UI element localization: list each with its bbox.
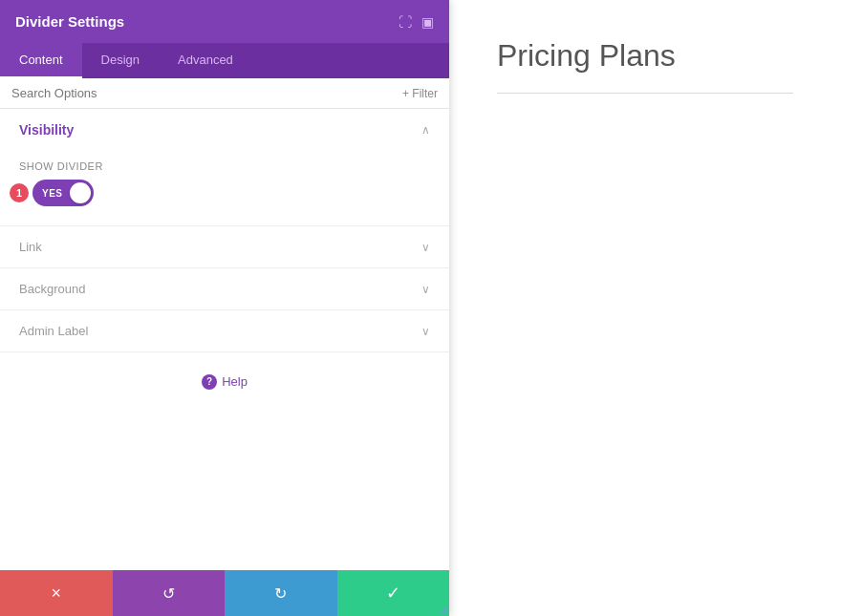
background-title: Background xyxy=(19,282,85,296)
fullscreen-icon[interactable]: ⛶ xyxy=(399,14,412,30)
admin-label-expand-icon: ∨ xyxy=(421,325,430,338)
visibility-collapse-icon: ∧ xyxy=(421,123,430,137)
cancel-icon: × xyxy=(51,584,61,604)
admin-label-title: Admin Label xyxy=(19,324,88,338)
search-bar: + Filter xyxy=(0,78,449,109)
filter-label: + Filter xyxy=(402,87,438,100)
corner-resize-icon: ◢ xyxy=(440,604,447,614)
help-label: Help xyxy=(222,374,248,389)
link-expand-icon: ∨ xyxy=(421,241,430,254)
tab-advanced[interactable]: Advanced xyxy=(159,43,252,78)
background-section-header[interactable]: Background ∨ xyxy=(0,268,449,309)
toggle-knob xyxy=(70,182,91,203)
visibility-section: Visibility ∧ Show Divider 1 YES xyxy=(0,109,449,226)
background-section: Background ∨ xyxy=(0,268,449,310)
redo-icon: ↻ xyxy=(274,584,287,603)
show-divider-label: Show Divider xyxy=(19,160,430,172)
filter-button[interactable]: + Filter xyxy=(402,87,438,100)
link-section-header[interactable]: Link ∨ xyxy=(0,226,449,267)
close-icon[interactable]: ▣ xyxy=(421,14,434,30)
panel-title: Divider Settings xyxy=(15,13,124,30)
admin-label-section-header[interactable]: Admin Label ∨ xyxy=(0,310,449,351)
page-title: Pricing Plans xyxy=(497,38,793,74)
help-icon: ? xyxy=(202,374,217,390)
cancel-button[interactable]: × xyxy=(0,570,113,616)
link-section: Link ∨ xyxy=(0,226,449,268)
search-input[interactable] xyxy=(11,86,395,100)
visibility-title: Visibility xyxy=(19,122,74,138)
visibility-section-header[interactable]: Visibility ∧ xyxy=(0,109,449,151)
tab-content[interactable]: Content xyxy=(0,43,82,78)
undo-button[interactable]: ↺ xyxy=(113,570,226,616)
save-icon: ✓ xyxy=(386,583,400,604)
divider-settings-panel: Divider Settings ⛶ ▣ Content Design Adva… xyxy=(0,0,449,616)
step-badge: 1 xyxy=(10,183,29,202)
redo-button[interactable]: ↻ xyxy=(225,570,337,616)
undo-icon: ↺ xyxy=(162,584,175,603)
show-divider-toggle[interactable]: YES xyxy=(32,180,94,206)
link-title: Link xyxy=(19,240,42,254)
panel-header: Divider Settings ⛶ ▣ xyxy=(0,0,449,43)
divider-line xyxy=(497,93,793,94)
visibility-section-body: Show Divider 1 YES xyxy=(0,151,449,225)
panel-content: Visibility ∧ Show Divider 1 YES Link ∨ xyxy=(0,109,449,570)
header-icons: ⛶ ▣ xyxy=(399,14,434,30)
show-divider-toggle-row: 1 YES xyxy=(19,180,430,206)
bottom-toolbar: × ↺ ↻ ✓ ◢ xyxy=(0,570,449,616)
help-section: ? Help xyxy=(0,352,449,409)
save-button[interactable]: ✓ xyxy=(337,570,450,616)
tab-bar: Content Design Advanced xyxy=(0,43,449,78)
background-expand-icon: ∨ xyxy=(421,283,430,296)
content-area: Pricing Plans xyxy=(449,0,841,616)
toggle-yes-label: YES xyxy=(36,188,63,199)
admin-label-section: Admin Label ∨ xyxy=(0,310,449,352)
help-link[interactable]: ? Help xyxy=(202,374,248,390)
tab-design[interactable]: Design xyxy=(82,43,159,78)
